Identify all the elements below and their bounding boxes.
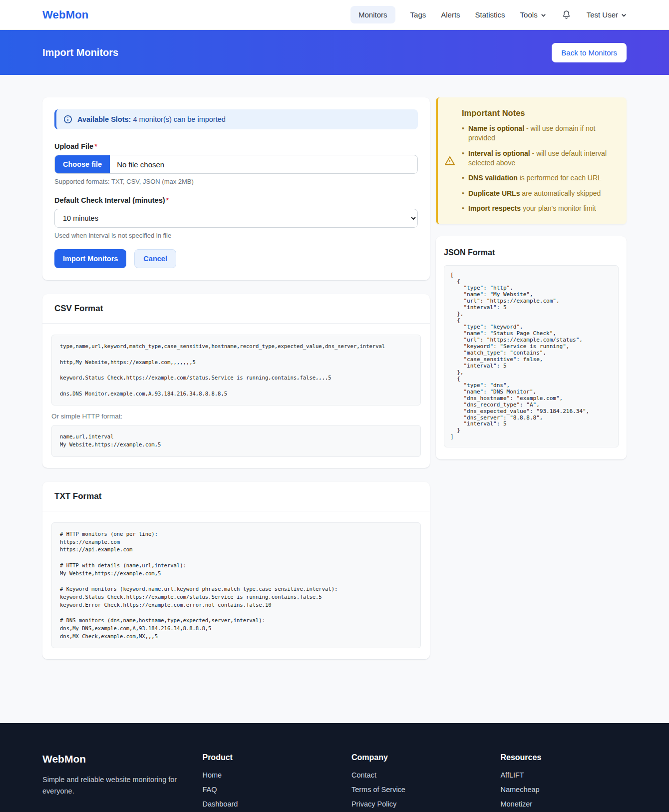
- upload-file-label: Upload File*: [54, 142, 418, 150]
- form-actions: Import Monitors Cancel: [54, 249, 418, 268]
- required-asterisk: *: [166, 196, 169, 204]
- footer-link-faq[interactable]: FAQ: [202, 786, 339, 794]
- txt-code-block: # HTTP monitors (one per line): https://…: [51, 522, 421, 649]
- file-upload-input[interactable]: Choose file No file chosen: [54, 155, 418, 174]
- footer-link-namecheap[interactable]: Namecheap: [500, 786, 627, 794]
- nav-item-alerts[interactable]: Alerts: [441, 10, 460, 19]
- nav-item-monitors[interactable]: Monitors: [350, 6, 395, 23]
- interval-label: Default Check Interval (minutes)*: [54, 196, 418, 204]
- nav-tools-label: Tools: [520, 10, 538, 19]
- top-navbar: WebMon Monitors Tags Alerts Statistics T…: [0, 0, 669, 30]
- back-to-monitors-button[interactable]: Back to Monitors: [552, 43, 627, 62]
- json-format-card: JSON Format [ { "type": "http", "name": …: [436, 236, 627, 459]
- footer-column-title: Product: [202, 753, 339, 762]
- page-footer: WebMon Simple and reliable website monit…: [0, 723, 669, 812]
- right-column: Important Notes Name is optional - will …: [436, 97, 627, 473]
- important-notes-content: Important Notes Name is optional - will …: [462, 108, 618, 213]
- chevron-down-icon: [621, 12, 627, 18]
- footer-tagline: Simple and reliable website monitoring f…: [42, 774, 177, 797]
- main-content: Available Slots: 4 monitor(s) can be imp…: [41, 97, 628, 673]
- required-asterisk: *: [94, 142, 97, 150]
- nav-item-statistics[interactable]: Statistics: [475, 10, 505, 19]
- available-slots-alert: Available Slots: 4 monitor(s) can be imp…: [54, 109, 418, 129]
- warning-triangle-icon: [444, 155, 456, 167]
- note-item: Duplicate URLs are automatically skipped: [462, 189, 618, 198]
- csv-simple-code-block: name,url,interval My Website,https://exa…: [51, 425, 421, 457]
- footer-link-contact[interactable]: Contact: [351, 771, 489, 779]
- footer-link-privacy[interactable]: Privacy Policy: [351, 800, 489, 808]
- interval-help-text: Used when interval is not specified in f…: [54, 232, 418, 239]
- user-name-label: Test User: [587, 10, 618, 19]
- info-icon: [63, 115, 72, 124]
- important-notes-title: Important Notes: [462, 108, 618, 118]
- csv-format-title: CSV Format: [42, 294, 430, 324]
- chevron-down-icon: [541, 12, 546, 18]
- nav-links: Monitors Tags Alerts Statistics Tools Te…: [350, 6, 627, 23]
- json-format-title: JSON Format: [444, 248, 619, 257]
- brand-logo[interactable]: WebMon: [42, 8, 88, 21]
- footer-column-title: Resources: [500, 753, 627, 762]
- note-item: DNS validation is performed for each URL: [462, 173, 618, 183]
- footer-link-monetizer[interactable]: Monetizer: [500, 800, 627, 808]
- bell-icon: [561, 9, 572, 20]
- footer-column-product: Product Home FAQ Dashboard: [202, 753, 339, 812]
- upload-help-text: Supported formats: TXT, CSV, JSON (max 2…: [54, 178, 418, 185]
- notifications-bell-button[interactable]: [561, 9, 572, 20]
- footer-column-company: Company Contact Terms of Service Privacy…: [351, 753, 489, 812]
- txt-format-card: TXT Format # HTTP monitors (one per line…: [42, 482, 430, 660]
- nav-item-user-menu[interactable]: Test User: [587, 10, 627, 19]
- choose-file-button[interactable]: Choose file: [55, 155, 110, 173]
- txt-format-title: TXT Format: [42, 482, 430, 511]
- left-column: Available Slots: 4 monitor(s) can be imp…: [42, 97, 430, 673]
- nav-item-tools-dropdown[interactable]: Tools: [520, 10, 546, 19]
- footer-link-terms[interactable]: Terms of Service: [351, 786, 489, 794]
- footer-column-resources: Resources AffLIFT Namecheap Monetizer: [500, 753, 627, 812]
- page-title: Import Monitors: [42, 47, 118, 58]
- footer-link-home[interactable]: Home: [202, 771, 339, 779]
- available-slots-text: Available Slots: 4 monitor(s) can be imp…: [77, 115, 226, 123]
- important-notes-list: Name is optional - will use domain if no…: [462, 124, 618, 213]
- footer-link-afflift[interactable]: AffLIFT: [500, 771, 627, 779]
- note-item: Interval is optional - will use default …: [462, 149, 618, 168]
- csv-code-block: type,name,url,keyword,match_type,case_se…: [51, 335, 421, 406]
- csv-simple-note: Or simple HTTP format:: [51, 412, 421, 420]
- interval-select[interactable]: 10 minutes: [54, 209, 418, 228]
- note-item: Name is optional - will use domain if no…: [462, 124, 618, 143]
- page-header-band: Import Monitors Back to Monitors: [0, 30, 669, 75]
- note-item: Import respects your plan's monitor limi…: [462, 204, 618, 213]
- footer-column-title: Company: [351, 753, 489, 762]
- csv-format-card: CSV Format type,name,url,keyword,match_t…: [42, 294, 430, 468]
- import-form-card: Available Slots: 4 monitor(s) can be imp…: [42, 97, 430, 280]
- import-monitors-button[interactable]: Import Monitors: [54, 249, 126, 268]
- nav-item-tags[interactable]: Tags: [410, 10, 426, 19]
- important-notes-panel: Important Notes Name is optional - will …: [436, 97, 627, 224]
- footer-link-dashboard[interactable]: Dashboard: [202, 800, 339, 808]
- json-code-block: [ { "type": "http", "name": "My Website"…: [444, 265, 619, 447]
- footer-brand: WebMon Simple and reliable website monit…: [42, 753, 190, 812]
- cancel-button[interactable]: Cancel: [134, 249, 176, 268]
- footer-brand-title: WebMon: [42, 753, 190, 765]
- file-chosen-text: No file chosen: [117, 160, 164, 169]
